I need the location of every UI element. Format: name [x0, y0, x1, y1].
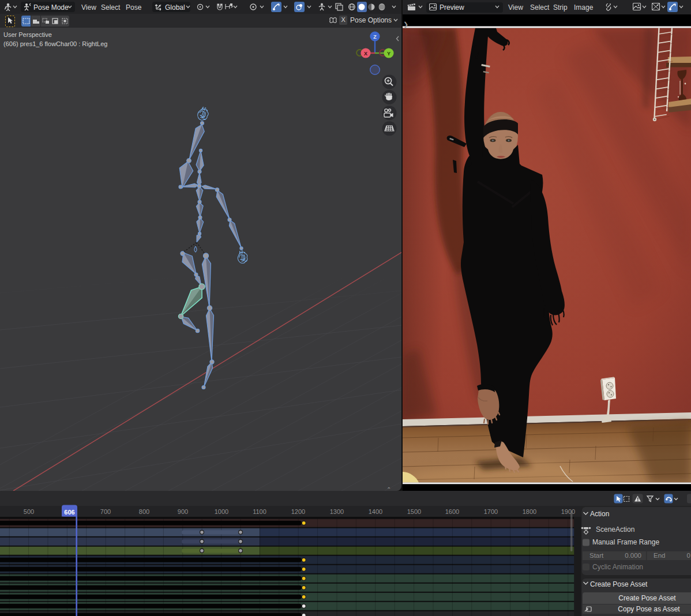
svg-text:Start: Start [589, 552, 604, 559]
svg-text:1000: 1000 [215, 508, 228, 515]
svg-text:Y: Y [387, 51, 390, 57]
svg-text:1100: 1100 [253, 508, 266, 515]
svg-text:1600: 1600 [445, 508, 459, 515]
svg-text:1300: 1300 [330, 508, 344, 515]
svg-text:End: End [654, 552, 665, 559]
svg-text:Z: Z [373, 34, 377, 40]
svg-text:❯: ❯ [403, 21, 408, 28]
svg-text:0.000: 0.000 [625, 552, 641, 559]
svg-text:900: 900 [178, 508, 188, 515]
svg-text:1700: 1700 [484, 508, 498, 515]
svg-text:700: 700 [100, 508, 111, 515]
svg-text:1200: 1200 [291, 508, 305, 515]
svg-text:1400: 1400 [369, 508, 382, 515]
svg-text:Copy Pose as Asset: Copy Pose as Asset [618, 605, 680, 613]
svg-text:⌃: ⌃ [386, 486, 391, 491]
svg-text:Action: Action [590, 510, 609, 518]
svg-text:606: 606 [64, 509, 74, 516]
svg-text:SceneAction: SceneAction [596, 525, 634, 534]
svg-text:X: X [364, 51, 367, 57]
svg-text:Cyclic Animation: Cyclic Animation [592, 563, 643, 571]
svg-text:Create Pose Asset: Create Pose Asset [618, 594, 676, 602]
svg-text:1800: 1800 [523, 508, 536, 515]
svg-text:1900: 1900 [561, 508, 575, 515]
svg-text:Create Pose Asset: Create Pose Asset [590, 580, 648, 588]
svg-text:500: 500 [24, 508, 34, 515]
svg-text:Manual Frame Range: Manual Frame Range [592, 538, 659, 546]
svg-text:0: 0 [687, 552, 690, 559]
svg-text:800: 800 [139, 508, 149, 515]
svg-text:1500: 1500 [407, 508, 421, 515]
